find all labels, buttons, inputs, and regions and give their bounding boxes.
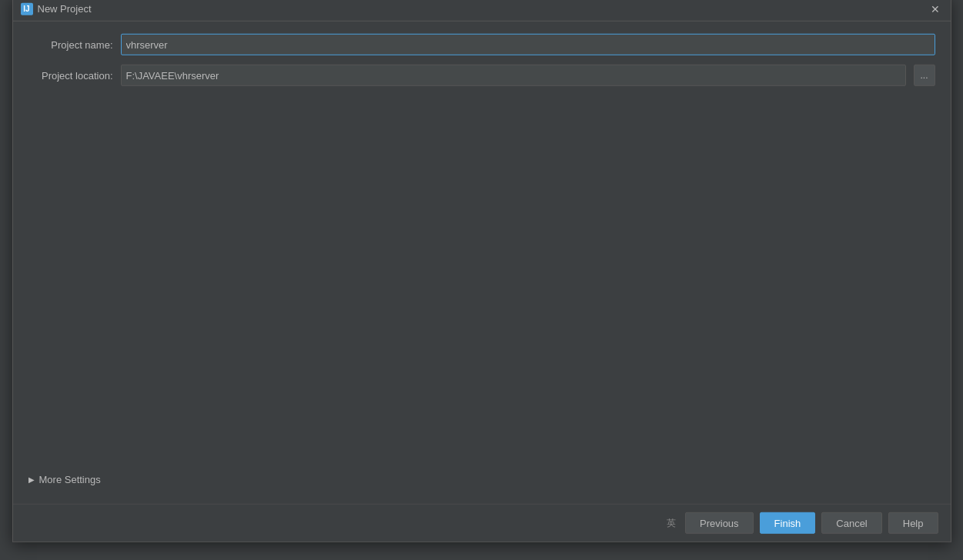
- more-settings-arrow-icon: ▶: [28, 475, 35, 484]
- lang-indicator: 英: [667, 516, 676, 529]
- titlebar: IJ New Project ✕: [13, 0, 951, 22]
- dialog-content: Project name: Project location: ... ▶ Mo…: [13, 22, 951, 504]
- previous-button[interactable]: Previous: [685, 512, 754, 534]
- more-settings-toggle[interactable]: ▶ More Settings: [28, 468, 935, 492]
- cancel-button[interactable]: Cancel: [821, 512, 881, 534]
- dialog-title: New Project: [38, 3, 92, 15]
- more-settings-label: More Settings: [39, 474, 101, 485]
- project-name-row: Project name:: [28, 34, 935, 55]
- project-location-input[interactable]: [121, 65, 906, 86]
- project-name-input[interactable]: [121, 34, 935, 55]
- dialog-footer: 英 Previous Finish Cancel Help: [13, 504, 951, 542]
- project-location-label: Project location:: [28, 69, 113, 81]
- project-location-row: Project location: ...: [28, 65, 935, 86]
- content-spacer: [28, 95, 935, 458]
- dialog-icon: IJ: [21, 2, 33, 15]
- browse-button[interactable]: ...: [914, 65, 935, 86]
- finish-button[interactable]: Finish: [760, 512, 816, 534]
- help-button[interactable]: Help: [888, 512, 938, 534]
- new-project-dialog: IJ New Project ✕ Project name: Project l…: [12, 0, 951, 542]
- title-left: IJ New Project: [21, 2, 92, 15]
- project-name-label: Project name:: [28, 38, 113, 50]
- close-button[interactable]: ✕: [928, 1, 943, 16]
- overlay: IJ New Project ✕ Project name: Project l…: [0, 0, 963, 560]
